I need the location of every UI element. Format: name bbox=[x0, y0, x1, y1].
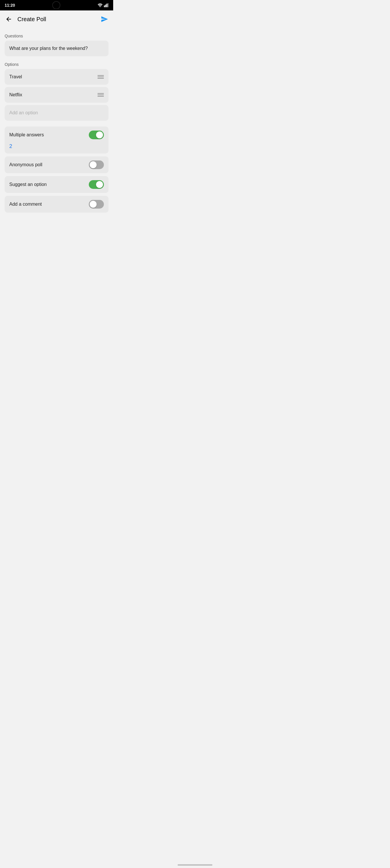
anonymous-poll-card: Anonymous poll bbox=[5, 156, 109, 173]
anonymous-poll-label: Anonymous poll bbox=[9, 162, 42, 167]
svg-rect-1 bbox=[104, 5, 105, 7]
settings-section: Multiple answers 2 Anonymous poll Sugges… bbox=[5, 126, 109, 215]
add-comment-row: Add a comment bbox=[9, 196, 104, 213]
multiple-answers-toggle[interactable] bbox=[89, 130, 104, 139]
add-comment-label: Add a comment bbox=[9, 202, 42, 207]
toggle-thumb bbox=[90, 201, 97, 208]
back-button[interactable] bbox=[3, 14, 14, 24]
questions-label: Questions bbox=[5, 34, 109, 38]
wifi-icon bbox=[97, 3, 103, 7]
status-bar: 11:20 bbox=[0, 0, 113, 10]
back-icon bbox=[5, 16, 12, 23]
option-row: Netflix bbox=[5, 87, 109, 103]
multiple-answers-card: Multiple answers 2 bbox=[5, 126, 109, 153]
drag-handle-netflix[interactable] bbox=[97, 93, 104, 97]
camera-notch bbox=[52, 1, 60, 9]
anonymous-poll-toggle[interactable] bbox=[89, 160, 104, 169]
toggle-thumb bbox=[96, 181, 103, 188]
status-icons bbox=[97, 3, 109, 7]
option-text-netflix: Netflix bbox=[9, 92, 22, 97]
anonymous-poll-row: Anonymous poll bbox=[9, 156, 104, 173]
option-row: Travel bbox=[5, 69, 109, 85]
signal-icon bbox=[104, 3, 109, 7]
page-title: Create Poll bbox=[18, 16, 96, 23]
add-comment-card: Add a comment bbox=[5, 196, 109, 213]
suggest-option-toggle[interactable] bbox=[89, 180, 104, 189]
svg-point-0 bbox=[100, 7, 100, 7]
multiple-answers-label: Multiple answers bbox=[9, 132, 44, 137]
svg-rect-4 bbox=[108, 3, 108, 7]
multiple-answers-row: Multiple answers bbox=[9, 126, 104, 143]
main-content: Questions Options Travel Netflix Multipl… bbox=[0, 34, 113, 226]
add-comment-toggle[interactable] bbox=[89, 200, 104, 209]
toggle-thumb bbox=[96, 131, 103, 138]
suggest-option-label: Suggest an option bbox=[9, 182, 47, 187]
toggle-thumb bbox=[90, 161, 97, 168]
suggest-option-row: Suggest an option bbox=[9, 176, 104, 193]
svg-rect-2 bbox=[105, 5, 106, 7]
add-option-input[interactable] bbox=[5, 105, 109, 121]
svg-rect-3 bbox=[107, 4, 108, 7]
app-bar: Create Poll bbox=[0, 10, 113, 28]
send-button[interactable] bbox=[99, 14, 110, 24]
drag-handle-travel[interactable] bbox=[97, 75, 104, 79]
option-text-travel: Travel bbox=[9, 74, 22, 80]
status-time: 11:20 bbox=[5, 3, 15, 7]
suggest-option-card: Suggest an option bbox=[5, 176, 109, 193]
multiple-answers-count[interactable]: 2 bbox=[9, 143, 104, 153]
options-label: Options bbox=[5, 62, 109, 67]
send-icon bbox=[101, 16, 108, 23]
question-input[interactable] bbox=[5, 41, 109, 56]
